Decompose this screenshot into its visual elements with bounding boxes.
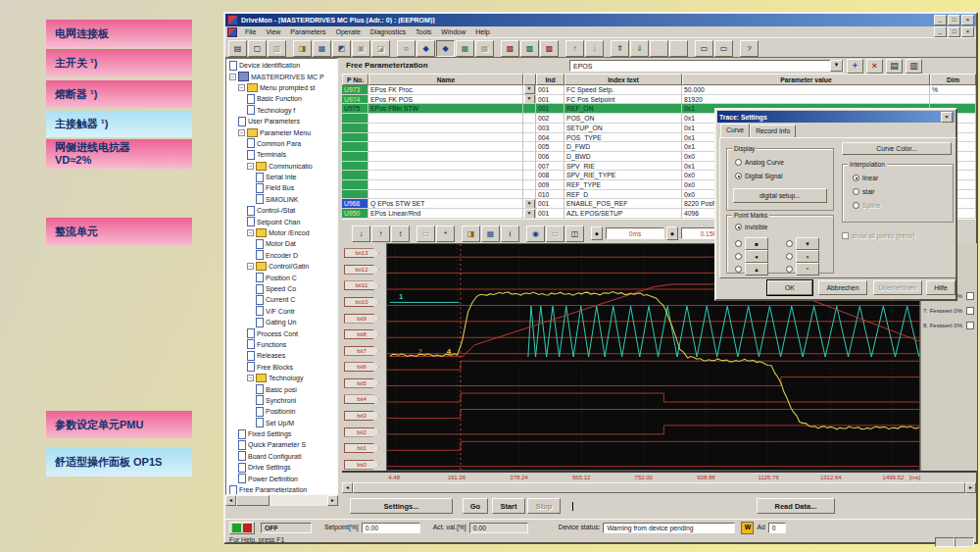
- tree-item[interactable]: Position C: [226, 272, 337, 282]
- pno-cell[interactable]: [342, 114, 368, 124]
- pno-cell[interactable]: [342, 180, 368, 190]
- ind-cell[interactable]: 004: [536, 133, 564, 143]
- scroll-left-icon[interactable]: ◄: [342, 482, 353, 493]
- name-cell[interactable]: EPos FBin STW: [368, 104, 523, 114]
- point-mark-option[interactable]: *: [786, 263, 819, 276]
- online-icon[interactable]: ◆: [416, 40, 435, 57]
- window-titlebar[interactable]: DriveMon - [MASTERDRIVES MC Plus (Adr.: …: [225, 14, 976, 26]
- combo-cell[interactable]: [523, 124, 536, 133]
- index-text-cell[interactable]: D_BWD: [564, 152, 682, 162]
- combo-cell[interactable]: [523, 104, 536, 114]
- collapse-icon[interactable]: –: [238, 84, 245, 91]
- tree-item[interactable]: Free Blocks: [226, 362, 337, 373]
- combo-cell[interactable]: [523, 114, 536, 124]
- table-row[interactable]: U974EPos FK POS▼001FC Pos Setpoint81920: [342, 95, 976, 105]
- ind-cell[interactable]: 001: [536, 85, 564, 95]
- dim-cell[interactable]: [930, 95, 976, 105]
- index-text-cell[interactable]: AZL EPOS/SETUP: [564, 209, 682, 219]
- pno-cell[interactable]: [342, 162, 368, 172]
- monitor-gray-icon[interactable]: ▦: [475, 40, 494, 57]
- open-folder-icon[interactable]: ◨: [293, 40, 312, 57]
- collapse-icon[interactable]: –: [247, 163, 254, 170]
- extra1-icon[interactable]: ·: [650, 40, 668, 57]
- ok-button[interactable]: OK: [767, 280, 812, 295]
- tree-horizontal-scrollbar[interactable]: ◄ ►: [225, 495, 338, 506]
- tree-item[interactable]: –MASTERDRIVES MC P: [226, 71, 337, 81]
- copy-list-button[interactable]: ▥: [906, 59, 922, 74]
- dropdown-icon[interactable]: ▼: [524, 95, 535, 104]
- tree-item[interactable]: Basic Function: [226, 93, 337, 104]
- column-header[interactable]: Name: [368, 74, 523, 85]
- parameter-tree[interactable]: Device identification–MASTERDRIVES MC P–…: [225, 58, 338, 495]
- tree-item[interactable]: Technology f: [226, 105, 337, 116]
- show-all-points-checkbox[interactable]: show all points (trend): [842, 232, 915, 239]
- value-cell[interactable]: 81920: [682, 95, 930, 105]
- column-header[interactable]: Ind: [536, 74, 564, 85]
- ind-cell[interactable]: 006: [536, 152, 564, 162]
- pno-cell[interactable]: U975: [342, 104, 368, 114]
- tree-item[interactable]: Setpoint Chan: [226, 216, 337, 226]
- column-header[interactable]: P No.: [342, 74, 368, 85]
- value-cell[interactable]: 50.000: [682, 85, 930, 95]
- combo-cell[interactable]: ▼: [523, 95, 536, 105]
- ind-cell[interactable]: 005: [536, 142, 564, 152]
- titlebar-close-icon[interactable]: ×: [961, 15, 974, 25]
- tree-item[interactable]: Current C: [226, 294, 337, 305]
- column-header[interactable]: [523, 74, 536, 85]
- scroll-thumb[interactable]: [353, 482, 965, 493]
- extra2-icon[interactable]: ·: [669, 40, 688, 57]
- tab-record-info[interactable]: Record Info: [750, 125, 796, 138]
- menu-tools[interactable]: Tools: [411, 28, 436, 35]
- point-mark-option[interactable]: ▼: [786, 237, 819, 250]
- scroll-thumb[interactable]: [236, 495, 270, 506]
- channel-item[interactable]: 7. Festwert 0%: [923, 305, 976, 317]
- point-mark-option[interactable]: ▲: [735, 263, 768, 276]
- ind-cell[interactable]: 001: [536, 209, 564, 219]
- green-led-icon[interactable]: [232, 524, 241, 532]
- tree-item[interactable]: –Technology: [226, 373, 337, 383]
- tree-item[interactable]: –Parameter Menu: [226, 126, 337, 137]
- pno-cell[interactable]: [342, 124, 368, 133]
- child-window-maximize-icon[interactable]: □: [948, 26, 960, 37]
- tree-item[interactable]: Basic posi: [226, 383, 337, 394]
- combo-cell[interactable]: [523, 171, 536, 180]
- dropdown-icon[interactable]: ▼: [524, 209, 535, 218]
- read-data-button[interactable]: Read Data...: [757, 498, 835, 514]
- meas-cursor-up-icon[interactable]: ↑: [371, 226, 390, 242]
- ind-cell[interactable]: 007: [536, 162, 564, 172]
- tree-item[interactable]: Free Parameterization: [226, 484, 337, 495]
- collapse-icon[interactable]: –: [247, 263, 254, 270]
- new-list-button[interactable]: ▤: [886, 59, 903, 74]
- tree-item[interactable]: Quick Parameter S: [226, 439, 337, 450]
- open-file-icon[interactable]: ▢: [248, 40, 267, 57]
- combo-cell[interactable]: ▼: [523, 209, 536, 219]
- menu-operate[interactable]: Operate: [331, 28, 366, 35]
- trace-horizontal-scrollbar[interactable]: ◄ ►: [342, 482, 976, 493]
- menu-parameters[interactable]: Parameters: [285, 28, 330, 35]
- tree-item[interactable]: Positionin: [226, 406, 337, 417]
- channel-checkbox[interactable]: [966, 292, 974, 300]
- tree-item[interactable]: Set Up/M: [226, 418, 337, 428]
- collapse-icon[interactable]: –: [229, 74, 236, 80]
- cursor-time-field[interactable]: 0ms: [606, 227, 664, 239]
- menu-file[interactable]: File: [240, 28, 261, 35]
- delete-parameter-set-button[interactable]: ×: [866, 59, 883, 74]
- ind-cell[interactable]: 001: [536, 104, 564, 114]
- print-trace-icon[interactable]: ◫: [565, 226, 584, 242]
- tree-item[interactable]: Board Configurati: [226, 451, 337, 462]
- collapse-icon[interactable]: –: [247, 375, 254, 381]
- tree-item[interactable]: –Motor /Encod: [226, 227, 337, 238]
- ind-cell[interactable]: 001: [536, 95, 564, 105]
- index-text-cell[interactable]: REF_D: [564, 190, 682, 200]
- default-view-icon[interactable]: ▭: [416, 226, 435, 242]
- ind-cell[interactable]: 010: [536, 190, 564, 200]
- name-cell[interactable]: EPos Linear/Rnd: [368, 209, 523, 219]
- pno-cell[interactable]: U973: [342, 85, 368, 95]
- point-mark-option[interactable]: ●: [735, 250, 768, 263]
- paste-icon[interactable]: ◪: [371, 40, 390, 57]
- tree-item[interactable]: –Control/Gatin: [226, 261, 337, 272]
- tree-item[interactable]: Control-/Stat: [226, 205, 337, 216]
- chevron-down-icon[interactable]: ▼: [830, 60, 843, 72]
- dropdown-icon[interactable]: ▼: [524, 199, 535, 208]
- new-file-icon[interactable]: ▤: [228, 40, 247, 57]
